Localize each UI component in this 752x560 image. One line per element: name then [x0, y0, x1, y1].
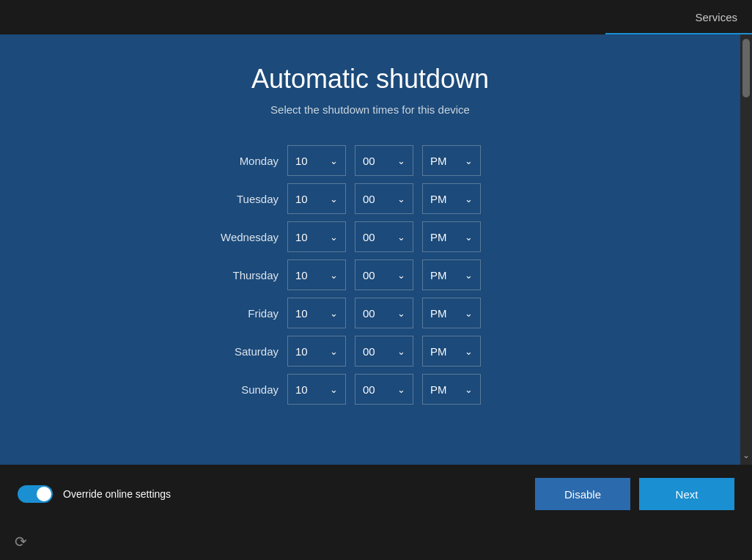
disable-button[interactable]: Disable: [535, 478, 630, 510]
minute-select-thursday[interactable]: 00 ⌄: [355, 259, 413, 290]
hour-select-saturday[interactable]: 10 ⌄: [287, 336, 346, 366]
ampm-value: PM: [430, 345, 447, 358]
ampm-chevron-icon: ⌄: [465, 346, 473, 357]
ampm-value: PM: [430, 193, 447, 205]
ampm-value: PM: [430, 231, 447, 243]
next-button[interactable]: Next: [639, 478, 734, 510]
hour-chevron-icon: ⌄: [330, 308, 338, 319]
ampm-chevron-icon: ⌄: [465, 270, 473, 281]
ampm-chevron-icon: ⌄: [465, 232, 473, 243]
day-row: Saturday 10 ⌄ 00 ⌄ PM ⌄: [209, 336, 531, 366]
topbar: Services: [0, 0, 752, 34]
day-row: Thursday 10 ⌄ 00 ⌄ PM ⌄: [209, 259, 531, 290]
footer: ⟳: [0, 523, 752, 560]
ampm-chevron-icon: ⌄: [465, 308, 473, 319]
hour-value: 10: [295, 231, 308, 243]
scrollbar[interactable]: ⌄: [740, 34, 752, 465]
minute-value: 00: [363, 193, 375, 205]
minute-select-friday[interactable]: 00 ⌄: [355, 298, 413, 328]
minute-chevron-icon: ⌄: [397, 232, 405, 243]
ampm-value: PM: [430, 307, 447, 320]
ampm-select-friday[interactable]: PM ⌄: [422, 298, 481, 328]
override-label: Override online settings: [63, 488, 171, 500]
ampm-select-sunday[interactable]: PM ⌄: [422, 374, 481, 405]
main-container: Automatic shutdown Select the shutdown t…: [0, 34, 752, 465]
minute-chevron-icon: ⌄: [397, 155, 405, 166]
hour-chevron-icon: ⌄: [330, 270, 338, 281]
day-row: Sunday 10 ⌄ 00 ⌄ PM ⌄: [209, 374, 531, 405]
ampm-select-wednesday[interactable]: PM ⌄: [422, 221, 481, 252]
ampm-select-monday[interactable]: PM ⌄: [422, 145, 481, 176]
hour-chevron-icon: ⌄: [330, 194, 338, 205]
page-title: Automatic shutdown: [251, 64, 489, 95]
ampm-select-thursday[interactable]: PM ⌄: [422, 259, 481, 290]
day-row: Wednesday 10 ⌄ 00 ⌄ PM ⌄: [209, 221, 531, 252]
toggle-knob: [37, 487, 51, 501]
bottom-bar: Override online settings Disable Next: [0, 465, 752, 523]
minute-chevron-icon: ⌄: [397, 308, 405, 319]
minute-value: 00: [363, 269, 375, 281]
minute-select-tuesday[interactable]: 00 ⌄: [355, 183, 413, 214]
override-toggle[interactable]: [18, 485, 53, 503]
minute-chevron-icon: ⌄: [397, 194, 405, 205]
minute-value: 00: [363, 155, 375, 167]
ampm-value: PM: [430, 269, 447, 281]
ampm-value: PM: [430, 155, 447, 167]
content-area: Automatic shutdown Select the shutdown t…: [0, 34, 740, 465]
minute-value: 00: [363, 345, 375, 358]
minute-select-saturday[interactable]: 00 ⌄: [355, 336, 413, 366]
day-label-saturday: Saturday: [209, 345, 279, 358]
hour-select-tuesday[interactable]: 10 ⌄: [287, 183, 346, 214]
page-subtitle: Select the shutdown times for this devic…: [270, 103, 470, 116]
hour-select-wednesday[interactable]: 10 ⌄: [287, 221, 346, 252]
hour-value: 10: [295, 383, 308, 396]
day-label-friday: Friday: [209, 307, 279, 320]
day-row: Friday 10 ⌄ 00 ⌄ PM ⌄: [209, 298, 531, 328]
ampm-value: PM: [430, 383, 447, 396]
day-label-tuesday: Tuesday: [209, 193, 279, 205]
topbar-underline: [605, 33, 752, 34]
ampm-select-saturday[interactable]: PM ⌄: [422, 336, 481, 366]
minute-chevron-icon: ⌄: [397, 346, 405, 357]
day-label-thursday: Thursday: [209, 269, 279, 281]
refresh-icon[interactable]: ⟳: [15, 533, 27, 550]
hour-value: 10: [295, 307, 308, 320]
day-row: Monday 10 ⌄ 00 ⌄ PM ⌄: [209, 145, 531, 176]
minute-select-monday[interactable]: 00 ⌄: [355, 145, 413, 176]
hour-value: 10: [295, 345, 308, 358]
ampm-chevron-icon: ⌄: [465, 194, 473, 205]
minute-select-sunday[interactable]: 00 ⌄: [355, 374, 413, 405]
ampm-select-tuesday[interactable]: PM ⌄: [422, 183, 481, 214]
hour-chevron-icon: ⌄: [330, 232, 338, 243]
hour-chevron-icon: ⌄: [330, 346, 338, 357]
hour-select-monday[interactable]: 10 ⌄: [287, 145, 346, 176]
hour-select-thursday[interactable]: 10 ⌄: [287, 259, 346, 290]
action-buttons: Disable Next: [535, 478, 734, 510]
ampm-chevron-icon: ⌄: [465, 155, 473, 166]
day-label-wednesday: Wednesday: [209, 231, 279, 243]
minute-chevron-icon: ⌄: [397, 384, 405, 395]
hour-value: 10: [295, 155, 308, 167]
schedule-grid: Monday 10 ⌄ 00 ⌄ PM ⌄ Tuesday 10 ⌄ 00 ⌄: [209, 145, 531, 405]
minute-chevron-icon: ⌄: [397, 270, 405, 281]
minute-select-wednesday[interactable]: 00 ⌄: [355, 221, 413, 252]
minute-value: 00: [363, 383, 375, 396]
hour-select-sunday[interactable]: 10 ⌄: [287, 374, 346, 405]
minute-value: 00: [363, 307, 375, 320]
hour-select-friday[interactable]: 10 ⌄: [287, 298, 346, 328]
hour-chevron-icon: ⌄: [330, 384, 338, 395]
day-row: Tuesday 10 ⌄ 00 ⌄ PM ⌄: [209, 183, 531, 214]
hour-value: 10: [295, 269, 308, 281]
scrollbar-thumb[interactable]: [742, 39, 750, 97]
hour-value: 10: [295, 193, 308, 205]
day-label-sunday: Sunday: [209, 383, 279, 396]
services-link[interactable]: Services: [695, 11, 737, 23]
override-container: Override online settings: [18, 485, 171, 503]
day-label-monday: Monday: [209, 155, 279, 167]
hour-chevron-icon: ⌄: [330, 155, 338, 166]
ampm-chevron-icon: ⌄: [465, 384, 473, 395]
minute-value: 00: [363, 231, 375, 243]
scrollbar-arrow-down[interactable]: ⌄: [742, 450, 750, 460]
